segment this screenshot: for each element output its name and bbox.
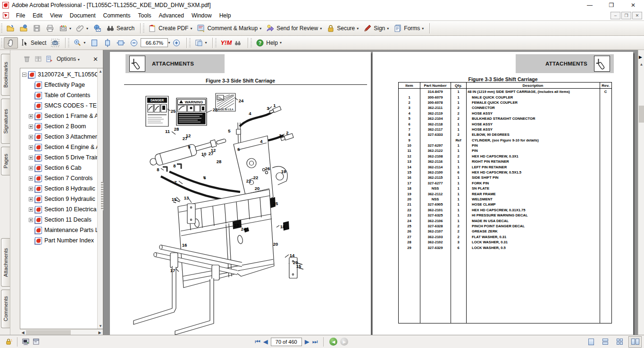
organizer-button[interactable]: ▾ [57, 23, 74, 34]
search-button[interactable]: Search [104, 23, 137, 34]
forms-button[interactable]: Forms▾ [391, 23, 426, 34]
fit-page-button[interactable] [88, 37, 101, 49]
continuous-facing-button[interactable] [615, 338, 624, 346]
expand-icon[interactable] [29, 166, 33, 170]
previous-page-button[interactable]: ◀ [263, 339, 268, 345]
scroll-up-icon[interactable]: ▲ [638, 62, 644, 66]
expand-icon[interactable] [29, 156, 33, 160]
help-button[interactable]: ?Help▾ [253, 37, 284, 49]
secure-button[interactable]: Secure▾ [324, 23, 361, 34]
next-page-button[interactable]: ▶ [305, 339, 309, 345]
bookmark-item[interactable]: Section 8 Hydraulic [20, 183, 97, 194]
rotate-pages-button[interactable]: ▾ [192, 37, 209, 49]
bookmark-item[interactable]: Table of Contents [20, 90, 97, 100]
menu-advanced[interactable]: Advanced [155, 11, 188, 20]
expand-icon[interactable] [29, 207, 33, 212]
email-button[interactable] [91, 23, 104, 34]
nav-tab-attachments[interactable]: Attachments [1, 238, 10, 287]
bookmark-item[interactable]: Section 11 Decals [20, 215, 97, 225]
bookmark-item[interactable]: Section 2 Boom [20, 121, 97, 132]
doc-close-button[interactable]: ✕ [632, 12, 642, 19]
expand-current-bookmark-icon[interactable] [34, 55, 42, 63]
panel-close-button[interactable]: ✕ [91, 56, 100, 63]
bookmark-item[interactable]: Section 7 Controls [20, 173, 97, 183]
delete-bookmark-icon[interactable] [23, 55, 31, 63]
fit-height-button[interactable] [101, 37, 114, 49]
document-area[interactable]: ATTACHMENTS Figure 3-3 Side Shift Carria… [103, 50, 638, 335]
nav-tab-comments[interactable]: Comments [1, 290, 10, 328]
bookmarks-horizontal-scrollbar[interactable]: ◀ ▶ [20, 329, 103, 335]
zoom-level-input[interactable]: 66.67% [141, 38, 168, 47]
nav-tab-bookmarks[interactable]: Bookmarks [1, 54, 10, 96]
hand-tool-button[interactable] [4, 37, 18, 49]
close-button[interactable]: ✕ [622, 0, 644, 10]
collapse-icon[interactable] [22, 73, 26, 77]
options-menu-button[interactable]: Options ▾ [57, 56, 80, 62]
fit-width-button[interactable] [114, 37, 127, 49]
scroll-up-icon[interactable]: ▲ [98, 68, 103, 74]
bookmark-item[interactable]: Effectivity Page [20, 80, 97, 90]
window-layout-icon[interactable] [31, 337, 41, 347]
bookmark-item[interactable]: Section 4 Engine & A [20, 142, 97, 152]
bookmark-item[interactable]: Section 5 Drive Train [20, 152, 97, 163]
nav-tab-pages[interactable]: Pages [1, 147, 10, 175]
sign-button[interactable]: Sign▾ [361, 23, 391, 34]
menu-window[interactable]: Window [188, 11, 216, 20]
bookmark-item[interactable]: SMCS CODES - TE [20, 100, 97, 111]
send-for-review-button[interactable]: Send for Review▾ [264, 23, 324, 34]
open-button[interactable] [4, 23, 17, 34]
expand-icon[interactable] [29, 197, 33, 201]
attach-button[interactable]: ▾ [74, 23, 91, 34]
monitor-icon[interactable] [20, 337, 31, 347]
previous-view-button[interactable]: ◀ [329, 338, 337, 346]
expand-icon[interactable] [29, 124, 33, 129]
open-web-button[interactable] [17, 23, 30, 34]
single-page-button[interactable] [586, 338, 596, 346]
bookmark-item[interactable]: Maintenance Parts L [20, 225, 97, 235]
first-page-button[interactable]: ⏮ [255, 339, 260, 345]
page-number-input[interactable]: 70 of 460 [271, 338, 302, 346]
restore-button[interactable]: ❐ [601, 0, 622, 10]
scroll-down-icon[interactable]: ▼ [98, 323, 103, 329]
expand-icon[interactable] [29, 135, 33, 139]
menu-help[interactable]: Help [216, 11, 235, 20]
select-tool-button[interactable]: Select [18, 37, 49, 49]
nav-tab-signatures[interactable]: Signatures [1, 99, 10, 144]
new-bookmark-icon[interactable] [45, 55, 54, 63]
doc-minimize-button[interactable]: – [611, 12, 620, 19]
last-page-button[interactable]: ⏭ [312, 339, 318, 345]
bookmark-item[interactable]: Section 1 Frame & A [20, 111, 97, 121]
menu-file[interactable]: File [12, 11, 29, 20]
expand-icon[interactable] [29, 218, 33, 222]
next-view-button[interactable]: ▶ [340, 338, 348, 346]
menu-tools[interactable]: Tools [134, 11, 155, 20]
facing-pages-button[interactable] [629, 337, 641, 347]
menu-view[interactable]: View [46, 11, 66, 20]
document-vertical-scrollbar[interactable]: ▶ ▲ [638, 50, 644, 335]
bookmark-item[interactable]: Section 3 Attachmen [20, 132, 97, 142]
bookmark-item[interactable]: Part Number Index [20, 235, 97, 246]
expand-icon[interactable] [29, 145, 33, 149]
expand-icon[interactable] [29, 114, 33, 118]
bookmark-item[interactable]: 31200724_K_TL1055C [20, 69, 97, 80]
comment-markup-button[interactable]: Comment & Markup▾ [194, 23, 264, 34]
expand-icon[interactable] [29, 187, 33, 191]
minimize-button[interactable]: — [579, 0, 601, 10]
menu-comments[interactable]: Comments [100, 11, 134, 20]
save-button[interactable] [30, 23, 43, 34]
hscroll-thumb[interactable] [26, 330, 71, 335]
zoom-in-button[interactable] [170, 37, 183, 49]
expand-icon[interactable] [29, 176, 33, 181]
zoom-in-tool-button[interactable]: ▾ [71, 37, 88, 49]
create-pdf-button[interactable]: Create PDF▾ [146, 23, 194, 34]
vscroll-thumb[interactable] [639, 106, 644, 123]
menu-document[interactable]: Document [66, 11, 100, 20]
print-button[interactable] [43, 23, 57, 34]
zoom-out-button[interactable] [127, 37, 141, 49]
yim-search-button[interactable]: Y!M [218, 37, 244, 49]
snapshot-button[interactable] [49, 37, 62, 49]
doc-restore-button[interactable]: ❐ [621, 12, 631, 19]
bookmark-item[interactable]: Section 9 Hydraulic [20, 194, 97, 204]
panel-expander-icon[interactable]: ▶ [639, 55, 642, 59]
bookmark-item[interactable]: Section 6 Cab [20, 163, 97, 173]
